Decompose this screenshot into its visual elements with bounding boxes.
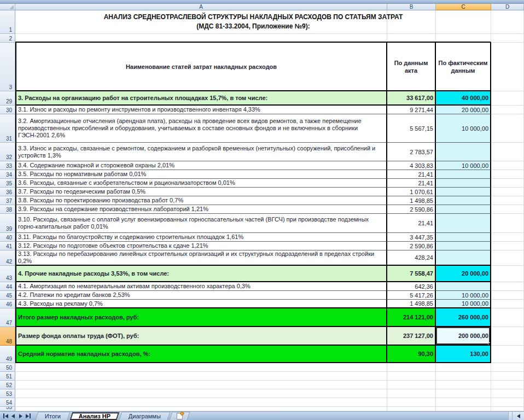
cell-C42[interactable] bbox=[436, 250, 491, 266]
cell-D37[interactable] bbox=[491, 196, 524, 205]
row-header-48[interactable]: 48 bbox=[0, 327, 15, 346]
cell-D32[interactable] bbox=[491, 143, 524, 161]
cell-C37[interactable] bbox=[436, 196, 491, 205]
row-header-3[interactable]: 3 bbox=[0, 43, 15, 91]
cell-C34[interactable] bbox=[436, 170, 491, 179]
row-header-38[interactable]: 38 bbox=[0, 205, 15, 214]
cell-D31[interactable] bbox=[491, 114, 524, 143]
active-cell-C48[interactable]: 200 000,00 bbox=[436, 327, 491, 346]
cell-A3[interactable]: Наименование статей затрат накладных рас… bbox=[15, 43, 387, 91]
cell-C39[interactable] bbox=[436, 214, 491, 233]
cell-B40[interactable]: 3 447,35 bbox=[387, 233, 436, 242]
cell-B51[interactable] bbox=[387, 372, 436, 381]
cell-A47[interactable]: Итого размер накладных расходов, руб: bbox=[15, 308, 387, 327]
tabbar-splitter[interactable] bbox=[508, 412, 513, 420]
row-header-36[interactable]: 36 bbox=[0, 188, 15, 196]
cell-A53[interactable] bbox=[15, 389, 387, 398]
cell-A37[interactable]: 3.8. Расходы по проектированию производс… bbox=[15, 196, 387, 205]
cell-A54[interactable] bbox=[15, 398, 387, 407]
cell-A48[interactable]: Размер фонда оплаты труда (ФОТ), руб: bbox=[15, 327, 387, 346]
cell-D43[interactable] bbox=[491, 266, 524, 282]
cell-B54[interactable] bbox=[387, 398, 436, 407]
cell-D29[interactable] bbox=[491, 91, 524, 106]
cell-B39[interactable]: 21,41 bbox=[387, 214, 436, 233]
cell-B37[interactable]: 1 498,85 bbox=[387, 196, 436, 205]
cell-B34[interactable]: 21,41 bbox=[387, 170, 436, 179]
cell-D40[interactable] bbox=[491, 233, 524, 242]
cell-B43[interactable]: 7 558,47 bbox=[387, 266, 436, 282]
cell-A49[interactable]: Средний норматив накладных расходов, %: bbox=[15, 346, 387, 363]
cell-C38[interactable] bbox=[436, 205, 491, 214]
cell-C50[interactable] bbox=[436, 363, 491, 372]
column-header-d[interactable]: D bbox=[491, 4, 524, 10]
cell-D2[interactable] bbox=[491, 34, 524, 43]
cell-B47[interactable]: 214 121,00 bbox=[387, 308, 436, 327]
cell-A52[interactable] bbox=[15, 381, 387, 389]
cell-C41[interactable] bbox=[436, 242, 491, 250]
row-header-31[interactable]: 31 bbox=[0, 114, 15, 143]
cell-C46[interactable]: 10 000,00 bbox=[436, 300, 491, 308]
cell-A55[interactable] bbox=[15, 407, 387, 411]
select-all-button[interactable] bbox=[0, 4, 15, 10]
row-header-29[interactable]: 29 bbox=[0, 91, 15, 106]
cell-C32[interactable] bbox=[436, 143, 491, 161]
column-header-b[interactable]: B bbox=[387, 4, 436, 10]
row-header-41[interactable]: 41 bbox=[0, 242, 15, 250]
cell-C43[interactable]: 20 000,00 bbox=[436, 266, 491, 282]
tab-prev-button[interactable] bbox=[9, 412, 17, 419]
cell-C51[interactable] bbox=[436, 372, 491, 381]
cell-D35[interactable] bbox=[491, 179, 524, 188]
cell-B35[interactable]: 21,41 bbox=[387, 179, 436, 188]
cell-A44[interactable]: 4.1. Амортизация по нематериальным актив… bbox=[15, 282, 387, 291]
row-header-34[interactable]: 34 bbox=[0, 170, 15, 179]
cell-A34[interactable]: 3.5. Расходы по нормативным работам 0,01… bbox=[15, 170, 387, 179]
cell-C45[interactable]: 10 000,00 bbox=[436, 291, 491, 300]
row-header-46[interactable]: 46 bbox=[0, 300, 15, 308]
row-header-43[interactable]: 43 bbox=[0, 266, 15, 282]
column-header-a[interactable]: A bbox=[15, 4, 387, 10]
cell-B29[interactable]: 33 617,00 bbox=[387, 91, 436, 106]
cell-B41[interactable]: 2 590,86 bbox=[387, 242, 436, 250]
row-header-1[interactable]: 1 bbox=[0, 10, 15, 34]
cell-B32[interactable]: 2 783,57 bbox=[387, 143, 436, 161]
cell-A45[interactable]: 4.2. Платежи по кредитам банков 2,53% bbox=[15, 291, 387, 300]
tab-first-button[interactable] bbox=[2, 412, 9, 419]
insert-worksheet-tab[interactable] bbox=[170, 412, 190, 420]
row-header-45[interactable]: 45 bbox=[0, 291, 15, 300]
row-header-47[interactable]: 47 bbox=[0, 308, 15, 327]
cell-A41[interactable]: 3.12. Расходы по подготовке объектов стр… bbox=[15, 242, 387, 250]
cell-C47[interactable]: 260 000,00 bbox=[436, 308, 491, 327]
cell-C35[interactable] bbox=[436, 179, 491, 188]
cell-A38[interactable]: 3.9. Расходы на содержание производствен… bbox=[15, 205, 387, 214]
row-header-33[interactable]: 33 bbox=[0, 161, 15, 170]
cell-C33[interactable]: 10 000,00 bbox=[436, 161, 491, 170]
cell-D48[interactable] bbox=[491, 327, 524, 346]
cell-D30[interactable] bbox=[491, 106, 524, 114]
cell-A36[interactable]: 3.7. Расходы по геодезическим работам 0,… bbox=[15, 188, 387, 196]
cell-B50[interactable] bbox=[387, 363, 436, 372]
row-header-53[interactable]: 53 bbox=[0, 389, 15, 398]
cell-C36[interactable] bbox=[436, 188, 491, 196]
cell-B31[interactable]: 5 567,15 bbox=[387, 114, 436, 143]
row-header-49[interactable]: 49 bbox=[0, 346, 15, 363]
row-header-30[interactable]: 30 bbox=[0, 106, 15, 114]
cell-C44[interactable] bbox=[436, 282, 491, 291]
cell-D33[interactable] bbox=[491, 161, 524, 170]
cell-A1[interactable]: АНАЛИЗ СРЕДНЕОТРАСЛЕВОЙ СТРУКТУРЫ НАКЛАД… bbox=[15, 10, 491, 34]
cell-A32[interactable]: 3.3. Износ и расходы, связанные с ремонт… bbox=[15, 143, 387, 161]
row-header-32[interactable]: 32 bbox=[0, 143, 15, 161]
cell-A2[interactable] bbox=[15, 34, 491, 43]
cell-A42[interactable]: 3.13. Расходы по перебазированию линейны… bbox=[15, 250, 387, 266]
row-header-55[interactable]: 55 bbox=[0, 407, 15, 411]
row-header-50[interactable]: 50 bbox=[0, 363, 15, 372]
cell-D50[interactable] bbox=[491, 363, 524, 372]
cell-D42[interactable] bbox=[491, 250, 524, 266]
sheet-tab-3[interactable]: Диаграммы bbox=[119, 412, 171, 420]
cell-B52[interactable] bbox=[387, 381, 436, 389]
cell-C30[interactable]: 20 000,00 bbox=[436, 106, 491, 114]
cell-B45[interactable]: 5 417,26 bbox=[387, 291, 436, 300]
cell-D39[interactable] bbox=[491, 214, 524, 233]
row-header-37[interactable]: 37 bbox=[0, 196, 15, 205]
cell-A30[interactable]: 3.1. Износ и расходы по ремонту инструме… bbox=[15, 106, 387, 114]
cell-A31[interactable]: 3.2. Амортизационные отчисления (арендна… bbox=[15, 114, 387, 143]
